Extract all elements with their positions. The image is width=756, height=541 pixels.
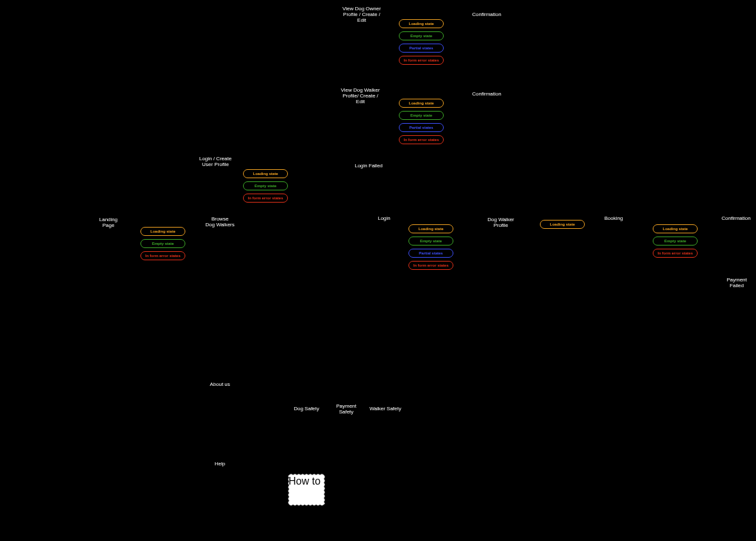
state-pill-empty: Empty state [653, 237, 698, 246]
state-pill-empty: Empty state [140, 239, 185, 248]
node-browse-walkers: Browse Dog Walkers [203, 216, 237, 228]
state-pill-empty: Empty state [399, 111, 444, 120]
node-about-us: About us [209, 381, 231, 387]
state-pill-error: In form error states [140, 251, 185, 260]
state-pill-loading: Loading state [653, 224, 698, 233]
node-dog-safety: Dog Safety [292, 406, 321, 412]
node-booking: Booking [604, 215, 623, 221]
state-pill-empty: Empty state [408, 237, 453, 246]
state-pill-error: In form error states [399, 56, 444, 65]
node-dog-walker-profile: Dog Walker Profile [480, 217, 522, 228]
state-pill-error: In form error states [653, 249, 698, 258]
node-payment-safety: Payment Safety [333, 403, 359, 415]
node-walker-safety: Walker Safety [369, 406, 402, 412]
state-pill-empty: Empty state [399, 31, 444, 40]
state-pill-empty: Empty state [243, 181, 288, 190]
state-pill-error: In form error states [408, 261, 453, 270]
state-pill-partial: Partial states [399, 44, 444, 53]
node-confirmation-booking: Confirmation [721, 215, 752, 221]
state-pill-loading: Loading state [408, 224, 453, 233]
node-landing-page: Landing Page [93, 217, 124, 228]
node-login: Login [378, 215, 391, 221]
node-view-owner: View Dog Owner Profile / Create / Edit [341, 6, 382, 23]
node-help: Help [214, 461, 226, 467]
node-confirmation-walker: Confirmation [471, 91, 502, 97]
state-pill-loading: Loading state [140, 227, 185, 236]
state-pill-error: In form error states [243, 194, 288, 203]
state-pill-loading: Loading state [243, 169, 288, 178]
card-how-to-title: How to [289, 476, 324, 487]
node-payment-failed: Payment Failed [726, 277, 748, 288]
state-pill-partial: Partial states [408, 249, 453, 258]
state-pill-partial: Partial states [399, 123, 444, 132]
node-confirmation-owner: Confirmation [471, 12, 502, 17]
state-pill-error: In form error states [399, 135, 444, 144]
state-pill-loading: Loading state [399, 99, 444, 108]
flow-diagram-canvas: Landing Page Browse Dog Walkers Login / … [0, 0, 756, 541]
card-how-to: How to [287, 473, 326, 505]
node-login-create: Login / Create User Profile [199, 156, 232, 167]
node-view-walker: View Dog Walker Profile/ Create / Edit [339, 87, 382, 104]
state-pill-loading: Loading state [399, 19, 444, 28]
node-login-failed: Login Failed [355, 163, 383, 169]
state-pill-loading: Loading state [540, 220, 585, 229]
